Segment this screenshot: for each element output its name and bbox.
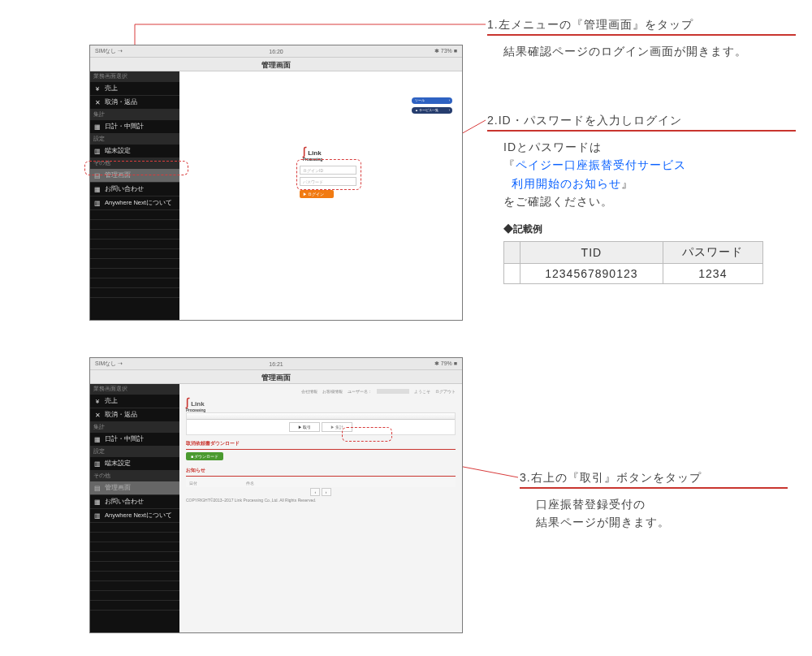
sidebar-blank [90, 288, 179, 298]
sidebar-blank [90, 542, 179, 552]
calc-icon: ▦ [93, 185, 102, 193]
sidebar-blank [90, 523, 179, 533]
sidebar-item-torikeshi[interactable]: ✕ 取消・返品 [90, 96, 179, 110]
status-time: 16:21 [269, 361, 283, 367]
sidebar-label: 取消・返品 [105, 98, 137, 106]
tab-card: ▶ 取引 ▶ 集計 [186, 412, 456, 435]
calc-icon: ▦ [93, 435, 102, 443]
sidebar-label: 管理画面 [105, 484, 131, 492]
sidebar-label: 日計・中間計 [105, 123, 144, 131]
yen-icon: ¥ [93, 397, 102, 405]
bc-username-mask [377, 389, 409, 394]
sidebar-section-gyomu: 業務画面選択 [90, 384, 179, 395]
section-divider [186, 449, 456, 450]
link-processing-logo: ʃ Link Processing [186, 397, 205, 412]
status-time: 16:20 [269, 49, 283, 54]
sidebar-item-kanri[interactable]: ▤管理画面 [90, 481, 179, 495]
status-carrier: SIMなし ⇢ [95, 47, 123, 55]
next-page-button[interactable]: › [322, 488, 331, 496]
calc-icon: ▦ [93, 498, 102, 506]
sidebar-blank [90, 210, 179, 220]
screen-title: 管理画面 [90, 369, 462, 384]
sidebar-item-about[interactable]: ▥Anywhere Nextについて [90, 509, 179, 523]
sidebar-item-uriage[interactable]: ¥ 売上 [90, 82, 179, 96]
sidebar-section-shukei: 集計 [90, 110, 179, 120]
sidebar-blank [90, 591, 179, 601]
news-header-row: 日付 件名 [186, 479, 456, 487]
sidebar-item-toiawase[interactable]: ▦お問い合わせ [90, 495, 179, 509]
sidebar-blank [90, 572, 179, 581]
device-icon: ▥ [93, 460, 102, 468]
sidebar-blank [90, 562, 179, 572]
sidebar-label: 端末設定 [105, 147, 131, 155]
calc-icon: ▦ [93, 123, 102, 131]
sidebar-blank [90, 533, 179, 542]
bc-customer[interactable]: お客様情報 [322, 389, 343, 394]
sidebar-label: Anywhere Nextについて [105, 199, 172, 207]
download-section-title: 取消依頼書ダウンロード [186, 440, 456, 447]
highlight-login-form [296, 159, 361, 190]
status-carrier: SIMなし ⇢ [95, 360, 123, 368]
sidebar-blank [90, 240, 179, 249]
sidebar: 業務画面選択 ¥ 売上 ✕ 取消・返品 集計 ▦ 日計・中間計 設定 ▥ 端末設… [90, 71, 179, 320]
sidebar-label: お問い合わせ [105, 185, 144, 193]
highlight-sidebar-kanri [84, 161, 188, 175]
logo-icon: ʃ [186, 397, 189, 408]
admin-icon: ▤ [93, 484, 102, 492]
sidebar-item-toiawase[interactable]: ▦ お問い合わせ [90, 183, 179, 196]
tablet-screenshot-2: SIMなし ⇢ 16:21 ✱ 79% ■ 管理画面 業務画面選択 ¥売上 ✕取… [89, 357, 463, 633]
service-list-pill-button[interactable]: ▲ サービス一覧 [412, 107, 452, 114]
prev-page-button[interactable]: ‹ [310, 488, 320, 496]
sidebar-section-shukei: 集計 [90, 422, 179, 433]
sidebar-item-tanmatsu[interactable]: ▥端末設定 [90, 457, 179, 471]
device-icon: ▥ [93, 147, 102, 155]
login-button[interactable]: ▶ ログイン [300, 190, 334, 198]
sidebar-item-torikeshi[interactable]: ✕取消・返品 [90, 408, 179, 422]
info-icon: ▥ [93, 199, 102, 207]
sidebar-label: Anywhere Nextについて [105, 511, 172, 520]
status-bar: SIMなし ⇢ 16:21 ✱ 79% ■ [90, 358, 462, 369]
main-content-dashboard: 会社情報 お客様情報 ユーザー名： ようこそ ログアウト ʃ Link Proc… [179, 384, 462, 632]
cancel-icon: ✕ [93, 411, 102, 419]
sidebar-item-uriage[interactable]: ¥売上 [90, 395, 179, 408]
sidebar-blank [90, 601, 179, 611]
news-col-subject: 件名 [246, 481, 254, 486]
top-breadcrumb: 会社情報 お客様情報 ユーザー名： ようこそ ログアウト [186, 389, 456, 394]
sidebar-label: 売上 [105, 397, 118, 405]
status-battery: ✱ 73% ■ [434, 48, 457, 54]
sidebar-blank [90, 220, 179, 230]
sidebar-blank [90, 249, 179, 259]
sidebar-label: 日計・中間計 [105, 435, 144, 443]
sidebar-section-sonota: その他 [90, 471, 179, 481]
card-header [187, 413, 455, 420]
copyright-text: COPYRIGHT©2013–2017 Link Processing Co.,… [186, 498, 456, 503]
info-icon: ▥ [93, 511, 102, 520]
logout-link[interactable]: ログアウト [435, 389, 456, 394]
sidebar-section-gyomu: 業務画面選択 [90, 71, 179, 82]
sidebar-item-nikkei[interactable]: ▦ 日計・中間計 [90, 120, 179, 134]
yen-icon: ¥ [93, 84, 102, 93]
sidebar-label: 売上 [105, 84, 118, 93]
main-content-login: ツール ▲ サービス一覧 ʃ Link Processing ログインID パス… [179, 71, 462, 320]
sidebar-item-nikkei[interactable]: ▦日計・中間計 [90, 433, 179, 447]
tablet-screenshot-1: SIMなし ⇢ 16:20 ✱ 73% ■ 管理画面 業務画面選択 ¥ 売上 ✕… [89, 45, 463, 321]
sidebar-label: 取消・返品 [105, 411, 137, 419]
sidebar: 業務画面選択 ¥売上 ✕取消・返品 集計 ▦日計・中間計 設定 ▥端末設定 その… [90, 384, 179, 632]
sidebar-blank [90, 552, 179, 562]
download-button[interactable]: ■ ダウンロード [186, 452, 223, 460]
highlight-tab-row [342, 427, 392, 442]
bc-company[interactable]: 会社情報 [301, 389, 317, 394]
sidebar-item-tanmatsu[interactable]: ▥ 端末設定 [90, 145, 179, 158]
news-section-title: お知らせ [186, 467, 456, 474]
bc-welcome: ようこそ [414, 389, 430, 394]
status-bar: SIMなし ⇢ 16:20 ✱ 73% ■ [90, 45, 462, 57]
sidebar-item-about[interactable]: ▥ Anywhere Nextについて [90, 196, 179, 210]
sidebar-section-settei: 設定 [90, 447, 179, 457]
tab-torihiki[interactable]: ▶ 取引 [289, 422, 320, 432]
sidebar-label: お問い合わせ [105, 498, 144, 506]
tool-pill-button[interactable]: ツール [412, 97, 452, 104]
sidebar-label: 端末設定 [105, 460, 131, 468]
sidebar-section-settei: 設定 [90, 134, 179, 145]
sidebar-blank [90, 269, 179, 278]
cancel-icon: ✕ [93, 98, 102, 106]
